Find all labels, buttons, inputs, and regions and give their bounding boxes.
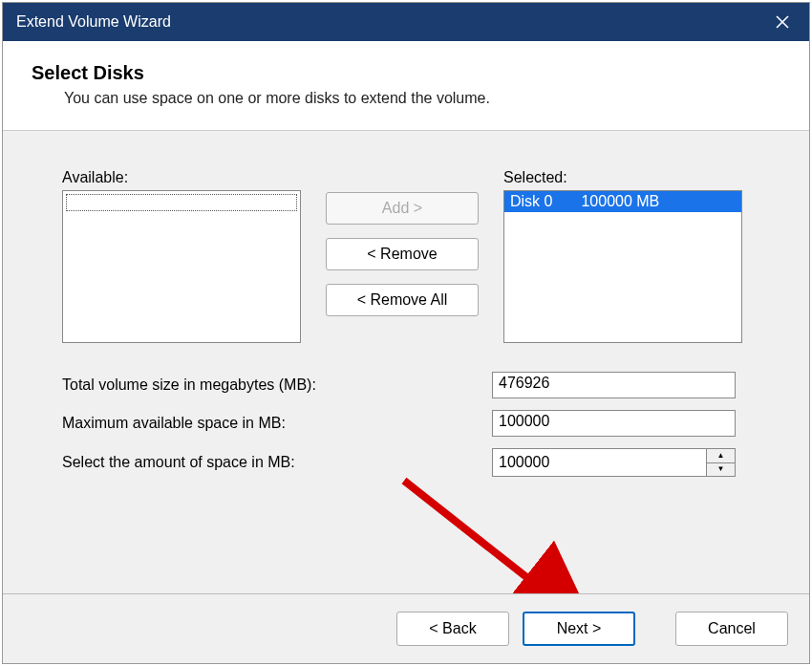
title-bar: Extend Volume Wizard [3,3,809,41]
back-button[interactable]: < Back [396,612,509,646]
remove-all-button[interactable]: < Remove All [326,284,479,316]
cancel-button[interactable]: Cancel [675,612,788,646]
selected-disk-size: 100000 MB [581,193,659,209]
close-icon [775,14,790,30]
available-empty-row [66,194,297,211]
amount-label: Select the amount of space in MB: [62,454,492,471]
selected-listbox[interactable]: Disk 0 100000 MB [503,190,742,343]
available-label: Available: [62,169,301,186]
wizard-window: Extend Volume Wizard Select Disks You ca… [2,2,810,664]
next-button[interactable]: Next > [523,612,635,646]
wizard-header: Select Disks You can use space on one or… [3,41,809,131]
page-description: You can use space on one or more disks t… [64,90,780,107]
page-title: Select Disks [32,62,780,84]
selected-disk-name: Disk 0 [510,193,577,210]
close-button[interactable] [769,9,796,35]
selected-label: Selected: [503,169,742,186]
spinner-down[interactable]: ▼ [707,463,735,477]
wizard-footer: < Back Next > Cancel [3,593,809,663]
total-size-label: Total volume size in megabytes (MB): [62,376,492,394]
window-title: Extend Volume Wizard [16,13,171,31]
available-listbox[interactable] [62,190,301,343]
spinner-up[interactable]: ▲ [707,449,735,463]
add-button[interactable]: Add > [326,192,479,225]
content-area: Available: Add > < Remove < Remove All S… [3,131,809,507]
remove-button[interactable]: < Remove [326,238,479,270]
amount-input[interactable] [492,448,707,477]
total-size-value: 476926 [492,372,736,398]
selected-disk-item[interactable]: Disk 0 100000 MB [504,191,741,212]
max-space-label: Maximum available space in MB: [62,415,492,432]
max-space-value: 100000 [492,410,736,437]
